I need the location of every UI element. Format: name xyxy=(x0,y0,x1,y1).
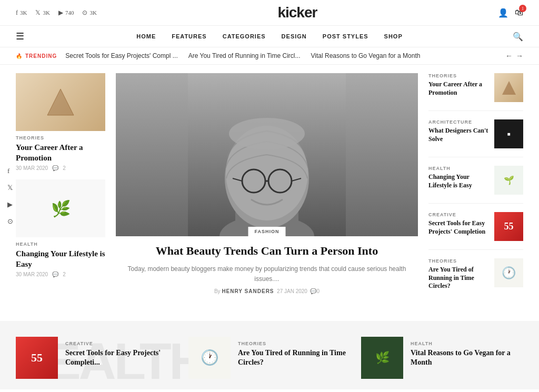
trending-prev[interactable]: ← xyxy=(505,52,513,60)
left-column: THEORIES Your Career After a Promotion 3… xyxy=(16,73,105,307)
right-item-2-title[interactable]: What Designers Can't Solve xyxy=(428,127,489,143)
svg-marker-12 xyxy=(502,81,516,95)
card1-title[interactable]: Your Career After a Promotion xyxy=(16,143,105,163)
card1-category: THEORIES xyxy=(16,135,105,140)
instagram-count: 3K xyxy=(89,9,96,16)
right-item-2: ARCHITECTURE What Designers Can't Solve … xyxy=(428,119,523,157)
instagram-icon: ⊙ xyxy=(82,9,87,17)
social-youtube[interactable]: ▶ 740 xyxy=(58,9,74,17)
right-item-1-image xyxy=(494,73,523,102)
bottom-cards: 55 CREATIVE Secret Tools for Easy Projec… xyxy=(16,337,523,379)
bottom-card-3: 🌿 HEALTH Vital Reasons to Go Vegan for a… xyxy=(361,337,523,379)
nav-home[interactable]: HOME xyxy=(136,33,156,39)
card1-date: 30 MAR 2020 xyxy=(16,165,48,171)
right-item-5-category: THEORIES xyxy=(428,258,489,264)
hero-date: 27 JAN 2020 xyxy=(277,288,307,294)
twitter-count: 3K xyxy=(43,9,49,16)
trending-item-2[interactable]: Are You Tired of Running in Time Circl..… xyxy=(188,52,301,59)
card2-date: 30 MAR 2020 xyxy=(16,272,48,277)
bottom-card-3-text: HEALTH Vital Reasons to Go Vegan for a M… xyxy=(411,337,523,367)
social-instagram[interactable]: ⊙ 3K xyxy=(82,9,96,17)
right-item-3-text: HEALTH Changing Your Lifestyle is Easy xyxy=(428,166,489,189)
right-item-3: HEALTH Changing Your Lifestyle is Easy 🌱 xyxy=(428,166,523,204)
youtube-icon: ▶ xyxy=(58,9,63,17)
bottom-card-2-title[interactable]: Are You Tired of Running in Time Circles… xyxy=(238,348,351,367)
trending-items: Secret Tools for Easy Projects' Compl ..… xyxy=(65,52,497,59)
hero-info: What Beauty Trends Can Turn a Person Int… xyxy=(116,236,418,299)
card1-meta: 30 MAR 2020 💬 2 xyxy=(16,165,105,171)
site-logo[interactable]: kicker xyxy=(277,4,317,21)
right-item-2-text: ARCHITECTURE What Designers Can't Solve xyxy=(428,119,489,143)
bottom-section: HEALTH 55 CREATIVE Secret Tools for Easy… xyxy=(0,321,539,389)
trending-bar: 🔥 TRENDING Secret Tools for Easy Project… xyxy=(0,47,539,65)
hamburger-icon[interactable]: ☰ xyxy=(16,31,24,42)
bottom-card-2-text: THEORIES Are You Tired of Running in Tim… xyxy=(238,337,351,367)
comment-icon2: 💬 xyxy=(52,272,58,277)
social-twitter[interactable]: 𝕏 3K xyxy=(35,9,49,17)
user-icon[interactable]: 👤 xyxy=(498,8,508,18)
nav-shop[interactable]: SHOP xyxy=(384,33,403,39)
bottom-card-3-category: HEALTH xyxy=(411,341,523,346)
bottom-card-2: 🕐 THEORIES Are You Tired of Running in T… xyxy=(188,337,351,379)
top-right-actions: 👤 🛍 1 xyxy=(498,8,523,18)
trending-nav: ← → xyxy=(505,52,523,60)
side-youtube-icon[interactable]: ▶ xyxy=(7,200,13,209)
hero-author-name[interactable]: HENRY SANDERS xyxy=(222,288,274,294)
trending-item-3[interactable]: Vital Reasons to Go Vegan for a Month xyxy=(311,52,421,59)
card1-comments: 2 xyxy=(63,165,66,171)
nav-categories[interactable]: CATEGORIES xyxy=(223,33,266,39)
right-item-2-image: ■ xyxy=(494,119,523,148)
youtube-count: 740 xyxy=(65,9,74,16)
facebook-icon: f xyxy=(16,9,18,17)
right-item-1-category: THEORIES xyxy=(428,73,489,78)
hero-category-badge: FASHION xyxy=(248,227,285,236)
card2-title[interactable]: Changing Your Lifestyle is Easy xyxy=(16,249,105,269)
hero-description: Today, modern beauty bloggers make money… xyxy=(121,264,413,284)
right-item-2-category: ARCHITECTURE xyxy=(428,119,489,125)
right-item-4-image: 55 xyxy=(494,212,523,241)
left-card-2: 🌿 HEALTH Changing Your Lifestyle is Easy… xyxy=(16,179,105,277)
social-facebook[interactable]: f 3K xyxy=(16,9,27,17)
hero-title[interactable]: What Beauty Trends Can Turn a Person Int… xyxy=(121,244,413,259)
cart-button[interactable]: 🛍 1 xyxy=(515,8,523,17)
right-item-3-category: HEALTH xyxy=(428,166,489,171)
svg-marker-0 xyxy=(47,89,74,115)
fire-icon: 🔥 xyxy=(16,53,23,59)
right-item-3-title[interactable]: Changing Your Lifestyle is Easy xyxy=(428,173,489,189)
right-item-1-title[interactable]: Your Career After a Promotion xyxy=(428,81,489,97)
bottom-card-2-category: THEORIES xyxy=(238,341,351,346)
social-links: f 3K 𝕏 3K ▶ 740 ⊙ 3K xyxy=(16,9,97,17)
card2-image: 🌿 xyxy=(16,179,105,237)
right-item-5-title[interactable]: Are You Tired of Running in Time Circles… xyxy=(428,266,489,290)
twitter-icon: 𝕏 xyxy=(35,9,41,17)
right-item-4-text: CREATIVE Secret Tools for Easy Projects'… xyxy=(428,212,489,236)
facebook-count: 3K xyxy=(20,9,27,16)
side-instagram-icon[interactable]: ⊙ xyxy=(7,217,13,226)
card2-comments: 2 xyxy=(63,272,66,277)
right-item-4-category: CREATIVE xyxy=(428,212,489,217)
nav-post-styles[interactable]: POST STYLES xyxy=(323,33,368,39)
right-item-1: THEORIES Your Career After a Promotion xyxy=(428,73,523,111)
trending-label: 🔥 TRENDING xyxy=(16,53,57,59)
right-item-1-text: THEORIES Your Career After a Promotion xyxy=(428,73,489,97)
bottom-card-3-image: 🌿 xyxy=(361,337,403,379)
bottom-cards-wrapper: HEALTH 55 CREATIVE Secret Tools for Easy… xyxy=(16,337,523,379)
nav-design[interactable]: DESIGN xyxy=(282,33,307,39)
trending-item-1[interactable]: Secret Tools for Easy Projects' Compl ..… xyxy=(65,52,177,59)
bottom-card-1-title[interactable]: Secret Tools for Easy Projects' Completi… xyxy=(65,348,178,367)
side-facebook-icon[interactable]: f xyxy=(7,167,13,175)
trending-next[interactable]: → xyxy=(516,52,523,60)
top-bar: f 3K 𝕏 3K ▶ 740 ⊙ 3K kicker 👤 🛍 1 xyxy=(0,0,539,26)
right-item-4-title[interactable]: Secret Tools for Easy Projects' Completi… xyxy=(428,219,489,236)
side-twitter-icon[interactable]: 𝕏 xyxy=(7,184,13,192)
hero-article: FASHION What Beauty Trends Can Turn a Pe… xyxy=(116,73,418,299)
hero-author: By HENRY SANDERS 27 JAN 2020 💬0 xyxy=(121,288,413,294)
nav-features[interactable]: FEATURES xyxy=(172,33,206,39)
card2-meta: 30 MAR 2020 💬 2 xyxy=(16,272,105,277)
search-icon[interactable]: 🔍 xyxy=(513,32,523,42)
center-column: FASHION What Beauty Trends Can Turn a Pe… xyxy=(116,73,418,307)
hero-image: FASHION xyxy=(116,73,418,236)
hero-comments: 0 xyxy=(316,288,320,294)
card2-category: HEALTH xyxy=(16,242,105,247)
bottom-card-3-title[interactable]: Vital Reasons to Go Vegan for a Month xyxy=(411,348,523,367)
